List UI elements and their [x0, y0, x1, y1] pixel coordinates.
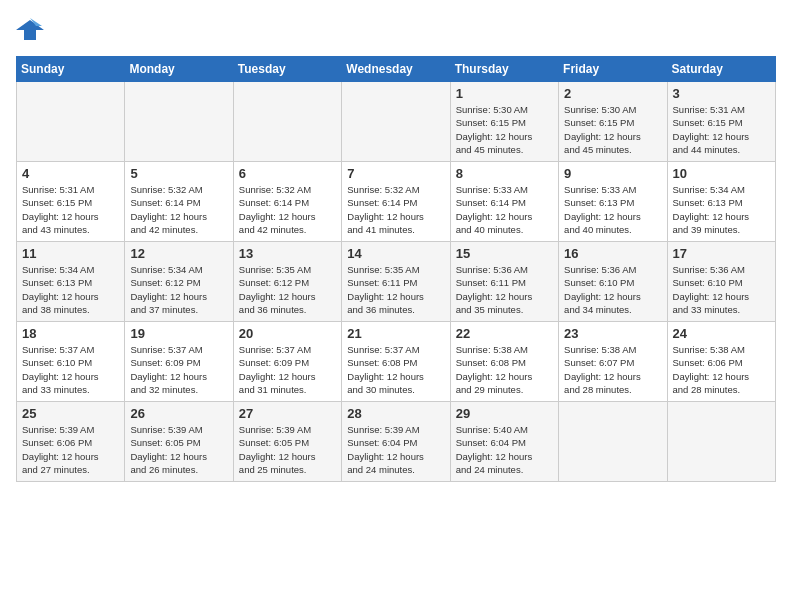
calendar-cell: 3Sunrise: 5:31 AM Sunset: 6:15 PM Daylig…	[667, 82, 775, 162]
day-info: Sunrise: 5:37 AM Sunset: 6:08 PM Dayligh…	[347, 343, 444, 396]
day-number: 22	[456, 326, 553, 341]
day-info: Sunrise: 5:39 AM Sunset: 6:05 PM Dayligh…	[239, 423, 336, 476]
calendar-cell: 27Sunrise: 5:39 AM Sunset: 6:05 PM Dayli…	[233, 402, 341, 482]
day-number: 15	[456, 246, 553, 261]
weekday-row: SundayMondayTuesdayWednesdayThursdayFrid…	[17, 57, 776, 82]
weekday-header: Monday	[125, 57, 233, 82]
calendar-cell: 23Sunrise: 5:38 AM Sunset: 6:07 PM Dayli…	[559, 322, 667, 402]
calendar-cell: 8Sunrise: 5:33 AM Sunset: 6:14 PM Daylig…	[450, 162, 558, 242]
day-info: Sunrise: 5:39 AM Sunset: 6:04 PM Dayligh…	[347, 423, 444, 476]
calendar-cell	[559, 402, 667, 482]
calendar-week-row: 1Sunrise: 5:30 AM Sunset: 6:15 PM Daylig…	[17, 82, 776, 162]
day-number: 1	[456, 86, 553, 101]
calendar-cell: 12Sunrise: 5:34 AM Sunset: 6:12 PM Dayli…	[125, 242, 233, 322]
day-info: Sunrise: 5:30 AM Sunset: 6:15 PM Dayligh…	[456, 103, 553, 156]
day-info: Sunrise: 5:38 AM Sunset: 6:08 PM Dayligh…	[456, 343, 553, 396]
day-info: Sunrise: 5:39 AM Sunset: 6:05 PM Dayligh…	[130, 423, 227, 476]
day-number: 28	[347, 406, 444, 421]
day-info: Sunrise: 5:40 AM Sunset: 6:04 PM Dayligh…	[456, 423, 553, 476]
day-number: 5	[130, 166, 227, 181]
weekday-header: Friday	[559, 57, 667, 82]
day-number: 21	[347, 326, 444, 341]
day-number: 11	[22, 246, 119, 261]
calendar-cell: 11Sunrise: 5:34 AM Sunset: 6:13 PM Dayli…	[17, 242, 125, 322]
day-number: 12	[130, 246, 227, 261]
calendar-cell: 24Sunrise: 5:38 AM Sunset: 6:06 PM Dayli…	[667, 322, 775, 402]
logo	[16, 16, 48, 44]
calendar-cell: 7Sunrise: 5:32 AM Sunset: 6:14 PM Daylig…	[342, 162, 450, 242]
day-number: 19	[130, 326, 227, 341]
svg-marker-0	[16, 20, 44, 40]
calendar-cell: 25Sunrise: 5:39 AM Sunset: 6:06 PM Dayli…	[17, 402, 125, 482]
day-number: 29	[456, 406, 553, 421]
day-number: 14	[347, 246, 444, 261]
day-info: Sunrise: 5:34 AM Sunset: 6:12 PM Dayligh…	[130, 263, 227, 316]
day-number: 8	[456, 166, 553, 181]
calendar-cell: 10Sunrise: 5:34 AM Sunset: 6:13 PM Dayli…	[667, 162, 775, 242]
day-number: 13	[239, 246, 336, 261]
calendar-cell: 4Sunrise: 5:31 AM Sunset: 6:15 PM Daylig…	[17, 162, 125, 242]
calendar-cell: 18Sunrise: 5:37 AM Sunset: 6:10 PM Dayli…	[17, 322, 125, 402]
calendar-week-row: 25Sunrise: 5:39 AM Sunset: 6:06 PM Dayli…	[17, 402, 776, 482]
logo-icon	[16, 16, 44, 44]
day-info: Sunrise: 5:32 AM Sunset: 6:14 PM Dayligh…	[347, 183, 444, 236]
day-number: 20	[239, 326, 336, 341]
calendar-cell: 5Sunrise: 5:32 AM Sunset: 6:14 PM Daylig…	[125, 162, 233, 242]
day-info: Sunrise: 5:36 AM Sunset: 6:10 PM Dayligh…	[673, 263, 770, 316]
day-info: Sunrise: 5:32 AM Sunset: 6:14 PM Dayligh…	[130, 183, 227, 236]
calendar-cell: 17Sunrise: 5:36 AM Sunset: 6:10 PM Dayli…	[667, 242, 775, 322]
calendar-cell: 2Sunrise: 5:30 AM Sunset: 6:15 PM Daylig…	[559, 82, 667, 162]
weekday-header: Sunday	[17, 57, 125, 82]
day-number: 18	[22, 326, 119, 341]
day-info: Sunrise: 5:31 AM Sunset: 6:15 PM Dayligh…	[673, 103, 770, 156]
day-number: 3	[673, 86, 770, 101]
calendar-cell: 21Sunrise: 5:37 AM Sunset: 6:08 PM Dayli…	[342, 322, 450, 402]
calendar-week-row: 11Sunrise: 5:34 AM Sunset: 6:13 PM Dayli…	[17, 242, 776, 322]
day-info: Sunrise: 5:37 AM Sunset: 6:10 PM Dayligh…	[22, 343, 119, 396]
day-number: 27	[239, 406, 336, 421]
calendar-cell: 6Sunrise: 5:32 AM Sunset: 6:14 PM Daylig…	[233, 162, 341, 242]
day-info: Sunrise: 5:33 AM Sunset: 6:13 PM Dayligh…	[564, 183, 661, 236]
calendar-cell: 15Sunrise: 5:36 AM Sunset: 6:11 PM Dayli…	[450, 242, 558, 322]
calendar-cell	[342, 82, 450, 162]
day-number: 26	[130, 406, 227, 421]
calendar-week-row: 4Sunrise: 5:31 AM Sunset: 6:15 PM Daylig…	[17, 162, 776, 242]
day-info: Sunrise: 5:36 AM Sunset: 6:10 PM Dayligh…	[564, 263, 661, 316]
calendar-cell: 22Sunrise: 5:38 AM Sunset: 6:08 PM Dayli…	[450, 322, 558, 402]
day-info: Sunrise: 5:33 AM Sunset: 6:14 PM Dayligh…	[456, 183, 553, 236]
day-info: Sunrise: 5:36 AM Sunset: 6:11 PM Dayligh…	[456, 263, 553, 316]
calendar-cell: 9Sunrise: 5:33 AM Sunset: 6:13 PM Daylig…	[559, 162, 667, 242]
day-number: 7	[347, 166, 444, 181]
day-number: 6	[239, 166, 336, 181]
day-info: Sunrise: 5:35 AM Sunset: 6:11 PM Dayligh…	[347, 263, 444, 316]
day-info: Sunrise: 5:37 AM Sunset: 6:09 PM Dayligh…	[130, 343, 227, 396]
calendar-cell	[125, 82, 233, 162]
calendar-week-row: 18Sunrise: 5:37 AM Sunset: 6:10 PM Dayli…	[17, 322, 776, 402]
weekday-header: Saturday	[667, 57, 775, 82]
calendar-cell: 1Sunrise: 5:30 AM Sunset: 6:15 PM Daylig…	[450, 82, 558, 162]
weekday-header: Wednesday	[342, 57, 450, 82]
calendar-cell: 14Sunrise: 5:35 AM Sunset: 6:11 PM Dayli…	[342, 242, 450, 322]
calendar-cell: 20Sunrise: 5:37 AM Sunset: 6:09 PM Dayli…	[233, 322, 341, 402]
day-info: Sunrise: 5:31 AM Sunset: 6:15 PM Dayligh…	[22, 183, 119, 236]
calendar-cell: 19Sunrise: 5:37 AM Sunset: 6:09 PM Dayli…	[125, 322, 233, 402]
day-info: Sunrise: 5:34 AM Sunset: 6:13 PM Dayligh…	[673, 183, 770, 236]
day-number: 25	[22, 406, 119, 421]
calendar-cell: 16Sunrise: 5:36 AM Sunset: 6:10 PM Dayli…	[559, 242, 667, 322]
day-info: Sunrise: 5:35 AM Sunset: 6:12 PM Dayligh…	[239, 263, 336, 316]
day-info: Sunrise: 5:34 AM Sunset: 6:13 PM Dayligh…	[22, 263, 119, 316]
calendar-cell: 28Sunrise: 5:39 AM Sunset: 6:04 PM Dayli…	[342, 402, 450, 482]
calendar-header: SundayMondayTuesdayWednesdayThursdayFrid…	[17, 57, 776, 82]
calendar-body: 1Sunrise: 5:30 AM Sunset: 6:15 PM Daylig…	[17, 82, 776, 482]
calendar-cell	[17, 82, 125, 162]
day-number: 23	[564, 326, 661, 341]
day-info: Sunrise: 5:30 AM Sunset: 6:15 PM Dayligh…	[564, 103, 661, 156]
day-number: 10	[673, 166, 770, 181]
day-number: 24	[673, 326, 770, 341]
calendar-cell	[233, 82, 341, 162]
calendar-cell: 13Sunrise: 5:35 AM Sunset: 6:12 PM Dayli…	[233, 242, 341, 322]
day-number: 17	[673, 246, 770, 261]
calendar-table: SundayMondayTuesdayWednesdayThursdayFrid…	[16, 56, 776, 482]
calendar-cell: 29Sunrise: 5:40 AM Sunset: 6:04 PM Dayli…	[450, 402, 558, 482]
day-number: 2	[564, 86, 661, 101]
